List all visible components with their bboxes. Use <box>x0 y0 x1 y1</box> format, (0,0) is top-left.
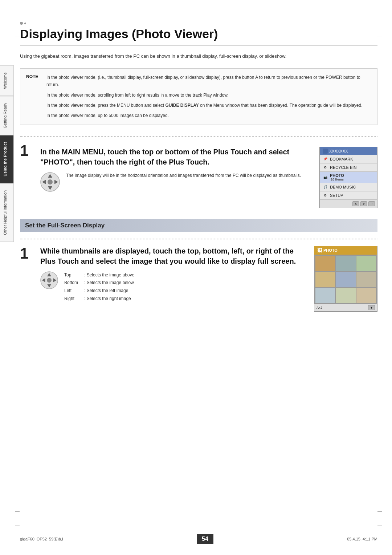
dot-large <box>20 22 23 25</box>
photo-thumb-6 <box>356 272 376 287</box>
step-2-title: While thumbnails are displayed, touch th… <box>40 246 307 266</box>
photo-page-indicator: A▸2 <box>317 306 322 309</box>
photo-icon: 📷 <box>323 175 328 180</box>
note-line-3: In the photo viewer mode, press the MENU… <box>46 102 371 109</box>
menu-header: XXXXXXX <box>320 147 377 155</box>
sidebar-item-getting-ready[interactable]: Getting Ready <box>0 96 14 135</box>
photo-thumb-8 <box>336 288 355 303</box>
photo-thumb-9 <box>356 288 376 303</box>
menu-nav-right: → <box>368 201 375 206</box>
photo-mockup: 🖼 PHOTO A▸2 <box>314 246 377 312</box>
note-block: NOTE In the photo viewer mode, (i.e., th… <box>20 68 377 125</box>
photo-thumb-4 <box>315 272 335 287</box>
section-heading-2: Set the Full-Screen Display <box>20 219 377 232</box>
menu-item-setup: ⚙ SETUP <box>320 191 377 200</box>
menu-nav-down: ∨ <box>360 201 367 206</box>
photo-thumb-3 <box>356 256 376 271</box>
note-content: In the photo viewer mode, (i.e., thumbna… <box>46 74 371 119</box>
step-1-bottom: The image display will be in the horizon… <box>40 172 312 192</box>
note-line-4: In the photo viewer mode, up to 5000 ima… <box>46 112 371 119</box>
menu-item-photo: 📷 PHOTO 20 Items <box>320 172 377 183</box>
photo-mockup-header: 🖼 PHOTO <box>314 246 377 255</box>
note-bold: GUIDE DISPLAY <box>166 103 199 108</box>
bookmark-icon: 📌 <box>323 157 328 162</box>
photo-mockup-icon: 🖼 <box>317 248 322 253</box>
step-2-number: 1 <box>20 246 32 261</box>
dotted-separator-1 <box>20 136 377 137</box>
step-1-number: 1 <box>20 143 32 158</box>
menu-header-label: XXXXXXX <box>329 149 348 153</box>
menu-nav-row: ∧ ∨ → <box>320 200 377 208</box>
photo-grid <box>314 255 377 304</box>
photo-thumb-5 <box>336 272 355 287</box>
page-number-badge: 54 <box>197 534 213 544</box>
photo-mockup-label: PHOTO <box>323 248 338 252</box>
reg-mark-bottom-left <box>15 511 20 526</box>
step-2-directions-area: Top: Selects the image above Bottom: Sel… <box>40 271 307 303</box>
menu-item-setup-label: SETUP <box>330 193 343 198</box>
menu-nav-up: ∧ <box>352 201 359 206</box>
menu-item-bookmark-label: BOOKMARK <box>330 157 353 161</box>
step-2-image-area: While thumbnails are displayed, touch th… <box>40 246 377 312</box>
page-title: Displaying Images (Photo Viewer) <box>20 27 377 46</box>
photo-bottom-bar: A▸2 ▼ <box>314 304 377 311</box>
sidebar-item-using-product[interactable]: Using the Product <box>0 135 14 183</box>
plus-touch-icon-1 <box>40 172 60 192</box>
page-footer: gigaF60_OP52_59(E)â,i 54 05.4.15, 4:11 P… <box>20 534 377 544</box>
menu-item-music-label: DEMO MUSIC <box>330 185 356 189</box>
intro-text: Using the gigabeat room, images transfer… <box>20 53 377 60</box>
menu-item-bookmark: 📌 BOOKMARK <box>320 155 377 163</box>
photo-thumb-1 <box>315 256 335 271</box>
step-1-image-area: In the MAIN MENU, touch the top or botto… <box>40 147 377 208</box>
svg-point-11 <box>47 278 52 283</box>
photo-scroll-btn: ▼ <box>368 305 375 310</box>
sidebar-item-welcome[interactable]: Welcome <box>0 65 14 96</box>
recycle-icon: ♻ <box>323 165 328 170</box>
photo-thumb-7 <box>315 288 335 303</box>
menu-item-recycle: ♻ RECYCLE BIN <box>320 163 377 172</box>
step-1-block: 1 In the MAIN MENU, touch the top or bot… <box>20 143 377 208</box>
photo-thumb-2 <box>336 256 355 271</box>
sidebar-item-helpful-info[interactable]: Other Helpful Information <box>0 183 14 242</box>
step-2-block: 1 While thumbnails are displayed, touch … <box>20 246 377 312</box>
menu-item-photo-label: PHOTO <box>330 173 344 178</box>
dotted-separator-2 <box>20 239 377 239</box>
footer-date: 05.4.15, 4:11 PM <box>347 537 377 541</box>
reg-mark-bottom-right <box>377 511 382 526</box>
direction-list: Top: Selects the image above Bottom: Sel… <box>64 271 134 303</box>
dir-left: Left: Selects the left image <box>64 287 134 295</box>
step-2-content: While thumbnails are displayed, touch th… <box>40 246 377 312</box>
svg-point-5 <box>48 179 53 185</box>
note-label: NOTE <box>26 74 41 119</box>
note-line-1: In the photo viewer mode, (i.e., thumbna… <box>46 74 371 89</box>
plus-touch-icon-2 <box>40 271 58 289</box>
menu-item-recycle-label: RECYCLE BIN <box>330 165 356 170</box>
reg-mark-top-left <box>15 22 20 36</box>
music-icon: 🎵 <box>323 185 328 190</box>
main-content: Displaying Images (Photo Viewer) Using t… <box>20 0 377 344</box>
reg-mark-top-right <box>377 22 382 36</box>
step-2-text-col: While thumbnails are displayed, touch th… <box>40 246 307 303</box>
photo-item-count: 20 Items <box>331 178 344 181</box>
menu-header-icon <box>323 149 328 154</box>
step-1-title: In the MAIN MENU, touch the top or botto… <box>40 147 312 167</box>
dir-bottom: Bottom: Selects the image below <box>64 279 134 287</box>
step-1-text-col: In the MAIN MENU, touch the top or botto… <box>40 147 312 192</box>
step-1-desc: The image display will be in the horizon… <box>66 172 301 179</box>
dot-small <box>24 23 26 24</box>
side-tabs: Welcome Getting Ready Using the Product … <box>0 65 14 242</box>
menu-item-photo-content: PHOTO 20 Items <box>330 173 344 181</box>
menu-mockup-1: XXXXXXX 📌 BOOKMARK ♻ RECYCLE BIN 📷 PHOTO <box>319 147 377 208</box>
dir-right: Right: Selects the right image <box>64 295 134 303</box>
step-1-content: In the MAIN MENU, touch the top or botto… <box>40 143 377 208</box>
gear-icon: ⚙ <box>323 193 328 198</box>
note-line-2: In the photo viewer mode, scrolling from… <box>46 92 371 99</box>
header-icon <box>20 22 377 25</box>
menu-item-music: 🎵 DEMO MUSIC <box>320 183 377 191</box>
dir-top: Top: Selects the image above <box>64 271 134 279</box>
footer-file: gigaF60_OP52_59(E)â,i <box>20 537 63 541</box>
